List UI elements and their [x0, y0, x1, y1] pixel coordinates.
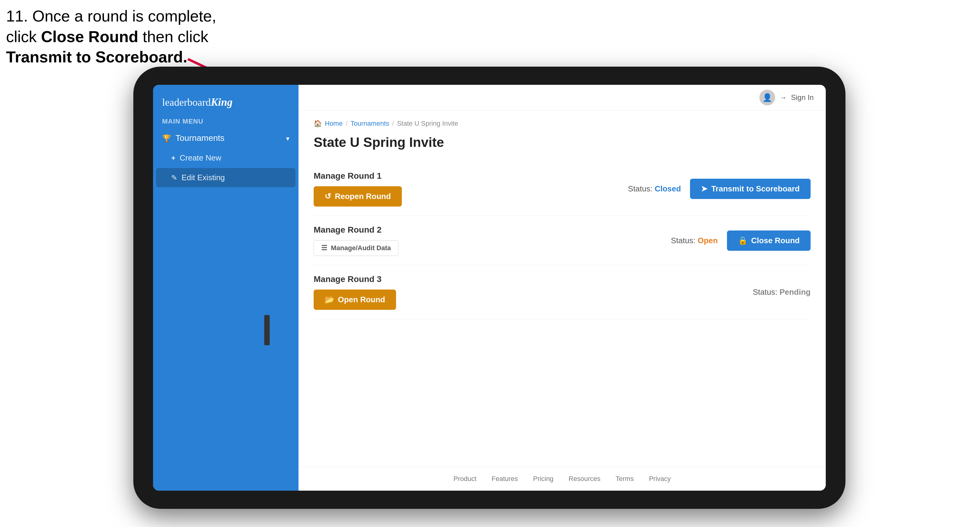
round-1-status-value: Closed: [655, 184, 681, 193]
round-3-status-label: Status:: [753, 287, 777, 297]
footer-link-privacy[interactable]: Privacy: [649, 475, 671, 483]
instruction-bold2: Transmit to Scoreboard.: [6, 48, 187, 66]
open-round-button[interactable]: 📂 Open Round: [313, 290, 396, 310]
round-2-status-label: Status:: [671, 236, 695, 245]
footer-link-pricing[interactable]: Pricing: [533, 475, 553, 483]
round-3-section: Manage Round 3 📂 Open Round Status: Pend…: [313, 265, 811, 319]
instruction-line1: 11. Once a round is complete,: [6, 7, 216, 25]
sidebar-item-edit-existing[interactable]: Edit Existing: [156, 168, 296, 187]
close-round-button[interactable]: 🔒 Close Round: [727, 230, 811, 251]
sidebar-item-tournaments[interactable]: Tournaments: [153, 128, 299, 148]
round-2-right: Status: Open 🔒 Close Round: [671, 230, 811, 251]
reopen-icon: ↺: [325, 192, 331, 201]
breadcrumb-sep2: /: [392, 120, 394, 127]
chevron-down-icon: [286, 133, 290, 143]
round-3-left: Manage Round 3 📂 Open Round: [313, 275, 396, 310]
page-title: State U Spring Invite: [313, 135, 811, 150]
reopen-round-button[interactable]: ↺ Reopen Round: [313, 186, 402, 206]
footer: Product Features Pricing Resources Terms…: [299, 467, 826, 490]
round-1-right: Status: Closed ➤ Transmit to Scoreboard: [628, 179, 811, 199]
signin-arrow-icon: →: [780, 93, 787, 102]
close-round-label: Close Round: [751, 236, 800, 245]
breadcrumb-sep1: /: [346, 120, 348, 127]
instruction-text: 11. Once a round is complete, click Clos…: [6, 6, 216, 68]
user-icon: 👤: [762, 93, 772, 102]
sidebar: leaderboardKing MAIN MENU Tournaments: [153, 85, 299, 490]
round-2-status-value: Open: [698, 236, 718, 245]
tablet-device: leaderboardKing MAIN MENU Tournaments: [133, 67, 845, 509]
main-menu-label: MAIN MENU: [153, 114, 299, 128]
tablet-side-button: [264, 315, 270, 345]
trophy-icon: [162, 133, 171, 143]
round-3-label: Manage Round 3: [313, 275, 396, 284]
instruction-line2: click Close Round then click: [6, 28, 208, 45]
breadcrumb-current: State U Spring Invite: [397, 120, 458, 127]
round-1-status-label: Status:: [628, 184, 652, 193]
transmit-scoreboard-button[interactable]: ➤ Transmit to Scoreboard: [690, 179, 811, 199]
reopen-round-label: Reopen Round: [335, 192, 391, 201]
sidebar-item-create-new[interactable]: Create New: [153, 148, 299, 167]
sidebar-tournaments-label: Tournaments: [175, 133, 224, 143]
round-3-right: Status: Pending: [753, 287, 811, 297]
sidebar-create-label: Create New: [180, 153, 221, 163]
open-round-label: Open Round: [338, 295, 385, 305]
round-1-section: Manage Round 1 ↺ Reopen Round Status: Cl…: [313, 162, 811, 216]
create-icon: [171, 153, 175, 163]
round-2-left: Manage Round 2 ☰ Manage/Audit Data: [313, 225, 398, 256]
close-icon: 🔒: [738, 236, 748, 245]
top-nav: 👤 → Sign In: [299, 85, 826, 111]
logo-text: leaderboardKing: [162, 96, 233, 108]
tablet-screen: leaderboardKing MAIN MENU Tournaments: [153, 85, 826, 490]
sidebar-edit-label: Edit Existing: [181, 173, 225, 183]
sign-in-label: Sign In: [791, 93, 814, 102]
sidebar-nav: Tournaments Create New Edit Existing: [153, 128, 299, 188]
footer-link-resources[interactable]: Resources: [568, 475, 600, 483]
breadcrumb-home-link[interactable]: Home: [325, 120, 343, 127]
round-3-status-value: Pending: [780, 287, 811, 297]
manage-audit-label: Manage/Audit Data: [331, 244, 391, 252]
round-2-label: Manage Round 2: [313, 225, 398, 235]
breadcrumb-tournaments-link[interactable]: Tournaments: [351, 120, 389, 127]
footer-link-terms[interactable]: Terms: [616, 475, 634, 483]
manage-icon: ☰: [321, 244, 327, 252]
round-2-section: Manage Round 2 ☰ Manage/Audit Data Statu…: [313, 216, 811, 265]
transmit-icon: ➤: [701, 184, 708, 194]
round-2-status: Status: Open: [671, 236, 718, 245]
content-area: 🏠 Home / Tournaments / State U Spring In…: [299, 111, 826, 467]
sign-in-area[interactable]: 👤 → Sign In: [759, 90, 814, 105]
round-1-status: Status: Closed: [628, 184, 681, 194]
sidebar-logo-area: leaderboardKing: [153, 85, 299, 114]
round-3-status: Status: Pending: [753, 287, 811, 297]
footer-link-product[interactable]: Product: [453, 475, 476, 483]
avatar: 👤: [759, 90, 775, 105]
open-icon: 📂: [325, 295, 334, 305]
transmit-scoreboard-label: Transmit to Scoreboard: [711, 184, 800, 194]
round-1-label: Manage Round 1: [313, 171, 402, 181]
main-content: 👤 → Sign In 🏠 Home / Tournaments /: [299, 85, 826, 490]
edit-icon: [171, 173, 177, 183]
footer-link-features[interactable]: Features: [492, 475, 518, 483]
round-1-left: Manage Round 1 ↺ Reopen Round: [313, 171, 402, 206]
manage-audit-data-button[interactable]: ☰ Manage/Audit Data: [313, 240, 398, 256]
instruction-bold1: Close Round: [41, 28, 138, 45]
breadcrumb-home-icon: 🏠: [313, 120, 322, 127]
breadcrumb: 🏠 Home / Tournaments / State U Spring In…: [313, 120, 811, 127]
